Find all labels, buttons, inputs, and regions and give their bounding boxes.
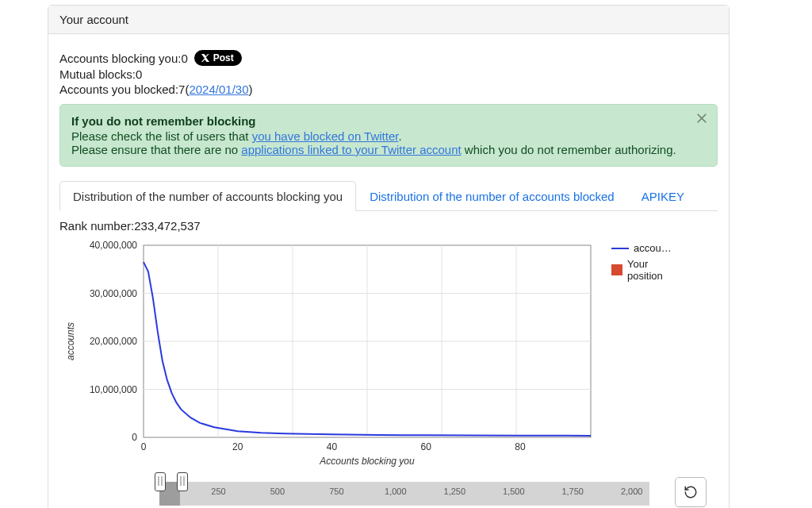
range-slider-row: 2505007501,0001,2501,5001,7502,000 xyxy=(59,472,718,508)
stat-mutual-value: 0 xyxy=(136,67,142,81)
stat-you-blocked: Accounts you blocked:7(2024/01/30) xyxy=(59,83,718,96)
range-handle-right[interactable] xyxy=(177,472,188,491)
remember-blocking-alert: If you do not remember blocking Please c… xyxy=(59,104,718,167)
svg-text:60: 60 xyxy=(421,441,432,452)
svg-text:0: 0 xyxy=(141,441,147,452)
range-tick: 750 xyxy=(329,487,343,496)
x-post-button[interactable]: Post xyxy=(194,50,242,66)
legend-series-your-position: Your position xyxy=(611,258,675,283)
legend-square-icon xyxy=(611,264,622,275)
range-tick: 1,500 xyxy=(503,487,525,496)
range-tick: 250 xyxy=(211,487,225,496)
stat-mutual-label: Mutual blocks: xyxy=(59,67,136,81)
svg-text:Accounts blocking you: Accounts blocking you xyxy=(319,456,415,467)
svg-text:10,000,000: 10,000,000 xyxy=(90,384,137,395)
svg-text:accounts: accounts xyxy=(65,322,76,360)
legend-series-accounts: accou… xyxy=(611,242,675,255)
svg-text:30,000,000: 30,000,000 xyxy=(90,288,137,299)
range-tick: 1,000 xyxy=(385,487,407,496)
reset-range-button[interactable] xyxy=(675,477,707,507)
stat-you-blocked-label: Accounts you blocked: xyxy=(59,83,178,96)
rank-value: 233,472,537 xyxy=(134,219,200,233)
panel-title: Your account xyxy=(59,13,128,26)
svg-text:20,000,000: 20,000,000 xyxy=(90,336,137,347)
svg-text:40,000,000: 40,000,000 xyxy=(90,240,137,251)
range-tick: 500 xyxy=(270,487,285,496)
svg-text:20: 20 xyxy=(232,441,243,452)
distribution-chart: 010,000,00020,000,00030,000,00040,000,00… xyxy=(59,237,599,468)
svg-text:80: 80 xyxy=(515,441,526,452)
svg-text:0: 0 xyxy=(132,432,137,443)
alert-line-1: Please check the list of users that you … xyxy=(71,129,688,143)
panel-body: Accounts blocking you:0 Post Mutual bloc… xyxy=(48,34,729,508)
svg-text:40: 40 xyxy=(327,441,338,452)
rank-number: Rank number:233,472,537 xyxy=(59,219,718,233)
reset-icon xyxy=(684,485,698,499)
stat-blocking-you: Accounts blocking you:0 Post xyxy=(59,50,718,66)
rank-label: Rank number: xyxy=(59,219,134,233)
you-blocked-date-link[interactable]: 2024/01/30 xyxy=(189,83,248,96)
range-tick: 1,750 xyxy=(561,487,584,496)
account-panel: Your account Accounts blocking you:0 Pos… xyxy=(48,5,730,508)
tab-bar: Distribution of the number of accounts b… xyxy=(59,181,718,211)
range-handle-left[interactable] xyxy=(155,472,166,491)
twitter-apps-link[interactable]: applications linked to your Twitter acco… xyxy=(241,143,461,156)
legend-line-icon xyxy=(611,248,629,249)
tab-dist-blocking-you[interactable]: Distribution of the number of accounts b… xyxy=(59,181,356,211)
close-icon xyxy=(695,111,709,125)
chart-area: 010,000,00020,000,00030,000,00040,000,00… xyxy=(59,237,718,468)
alert-line-2: Please ensure that there are no applicat… xyxy=(71,143,688,156)
x-post-label: Post xyxy=(213,52,234,64)
alert-title: If you do not remember blocking xyxy=(71,114,688,128)
panel-header: Your account xyxy=(48,6,729,34)
alert-close-button[interactable] xyxy=(695,111,709,128)
twitter-blocked-link[interactable]: you have blocked on Twitter xyxy=(252,129,399,143)
stat-blocking-you-label: Accounts blocking you: xyxy=(59,52,181,65)
tab-dist-blocked[interactable]: Distribution of the number of accounts b… xyxy=(356,181,628,211)
stat-you-blocked-value: 7 xyxy=(178,83,185,96)
chart-legend: accou… Your position xyxy=(611,242,675,286)
stat-mutual: Mutual blocks:0 xyxy=(59,67,718,81)
tab-apikey[interactable]: APIKEY xyxy=(628,181,698,211)
range-slider[interactable]: 2505007501,0001,2501,5001,7502,000 xyxy=(159,472,649,508)
stat-blocking-you-value: 0 xyxy=(181,52,187,65)
range-tick: 1,250 xyxy=(444,487,466,496)
x-icon xyxy=(201,53,210,63)
range-tick: 2,000 xyxy=(621,487,643,496)
